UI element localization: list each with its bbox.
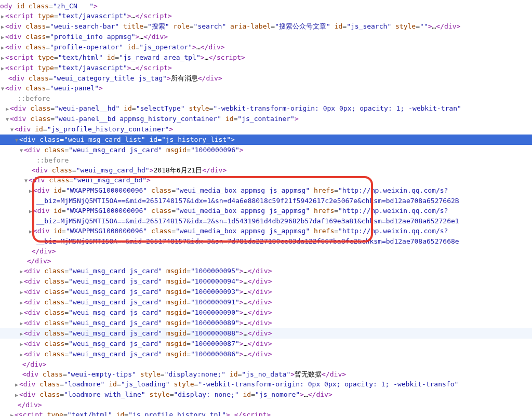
dom-node-line[interactable]: <script type="text/html" id="js_reward_a… bbox=[0, 52, 532, 63]
expand-arrow-icon[interactable] bbox=[19, 266, 24, 276]
dom-node-line[interactable]: <div class="weui_msg_card_bd"> bbox=[0, 175, 532, 185]
dom-node-line[interactable]: <div id="WXAPPMSG1000000096" class="weui… bbox=[0, 206, 532, 216]
dom-close-line[interactable]: </div> bbox=[0, 256, 532, 266]
pseudo-element-line: ::before bbox=[0, 93, 532, 103]
expand-arrow-icon[interactable] bbox=[19, 339, 24, 349]
dom-node-line[interactable]: <div class="weui_msg_card js_card" msgid… bbox=[0, 318, 532, 328]
dom-node-line[interactable]: <div class="profile-operator" id="js_ope… bbox=[0, 42, 532, 52]
dom-node-line[interactable]: <div class="weui_msg_card js_card" msgid… bbox=[0, 339, 532, 349]
dom-node-line[interactable]: <script type="text/html" id="js_profile_… bbox=[0, 410, 532, 416]
dom-node-continuation[interactable]: __biz=MjM5NjQ5MTI5OA==&mid=2651748157&id… bbox=[0, 236, 532, 246]
expand-arrow-icon[interactable] bbox=[9, 410, 15, 416]
dom-node-line[interactable]: <div id="WXAPPMSG1000000096" class="weui… bbox=[0, 185, 532, 196]
dom-node-line[interactable]: <div class="weui-panel"> bbox=[0, 83, 532, 93]
expand-arrow-icon[interactable] bbox=[14, 135, 19, 145]
expand-arrow-icon[interactable] bbox=[0, 63, 5, 73]
dom-node-line[interactable]: <div class="profile_info appmsg">…</div> bbox=[0, 32, 532, 42]
dom-node-line[interactable]: <div class="weui_msg_card js_card" msgid… bbox=[0, 349, 532, 359]
pseudo-element-line: ::before bbox=[0, 155, 532, 165]
dom-node-line[interactable]: ody id class="zh_CN "> bbox=[0, 1, 532, 11]
dom-node-line[interactable]: <div class="weui_msg_card js_card" msgid… bbox=[0, 328, 532, 339]
dom-node-line[interactable]: <div class="weui_msg_card js_card" msgid… bbox=[0, 287, 532, 297]
dom-node-line[interactable]: <div class="loadmore with_line" style="d… bbox=[0, 390, 532, 400]
dom-node-line[interactable]: <script type="text/javascript">…</script… bbox=[0, 63, 532, 73]
expand-arrow-icon[interactable] bbox=[5, 114, 10, 124]
expand-arrow-icon[interactable] bbox=[19, 350, 24, 359]
dom-node-line[interactable]: <div class="weui-empty-tips" style="disp… bbox=[0, 369, 532, 379]
expand-arrow-icon[interactable] bbox=[28, 186, 33, 196]
dom-node-continuation[interactable]: __biz=MjM5NjQ5MTI5OA==&mid=2651748157&id… bbox=[0, 216, 532, 226]
dom-node-line[interactable]: <div class="weui-panel__bd appmsg_histor… bbox=[0, 114, 532, 124]
expand-arrow-icon[interactable] bbox=[19, 298, 24, 307]
expand-arrow-icon[interactable] bbox=[5, 104, 10, 114]
dom-node-line[interactable]: <div class="weui-panel__hd" id="selectTy… bbox=[0, 103, 532, 114]
dom-node-line[interactable]: <div id="js_profile_history_container"> bbox=[0, 124, 532, 135]
dom-node-line[interactable]: <div id="WXAPPMSG1000000096" class="weui… bbox=[0, 226, 532, 236]
dom-node-line[interactable]: <div class="weui_msg_card_hd">2018年6月21日… bbox=[0, 165, 532, 175]
dom-close-line[interactable]: </div> bbox=[0, 246, 532, 256]
expand-arrow-icon[interactable] bbox=[0, 11, 5, 21]
expand-arrow-icon[interactable] bbox=[19, 329, 24, 339]
expand-arrow-icon[interactable] bbox=[19, 308, 24, 318]
expand-arrow-icon[interactable] bbox=[0, 84, 5, 93]
expand-arrow-icon[interactable] bbox=[28, 226, 33, 236]
expand-arrow-icon[interactable] bbox=[28, 206, 33, 216]
expand-arrow-icon[interactable] bbox=[0, 22, 5, 32]
dom-node-line[interactable]: <div class="weui_msg_card_list" id="js_h… bbox=[0, 135, 532, 145]
expand-arrow-icon[interactable] bbox=[19, 277, 24, 287]
dom-node-line[interactable]: <div class="weui-search-bar" title="搜索" … bbox=[0, 21, 532, 32]
dom-node-line[interactable]: <div class="weui_msg_card js_card" msgid… bbox=[0, 276, 532, 287]
expand-arrow-icon[interactable] bbox=[9, 125, 15, 135]
dom-node-line[interactable]: <div class="weui_msg_card js_card" msgid… bbox=[0, 145, 532, 155]
expand-arrow-icon[interactable] bbox=[14, 380, 19, 390]
expand-arrow-icon[interactable] bbox=[23, 176, 29, 185]
dom-node-line[interactable]: <div class="loadmore" id="js_loading" st… bbox=[0, 379, 532, 390]
dom-node-line[interactable]: <div class="weui_msg_card js_card" msgid… bbox=[0, 266, 532, 276]
expand-arrow-icon[interactable] bbox=[19, 287, 24, 297]
expand-arrow-icon[interactable] bbox=[0, 53, 5, 63]
dom-node-continuation[interactable]: __biz=MjM5NjQ5MTI5OA==&mid=2651748157&id… bbox=[0, 196, 532, 206]
dom-node-line[interactable]: <div class="weui_msg_card js_card" msgid… bbox=[0, 307, 532, 318]
expand-arrow-icon[interactable] bbox=[19, 145, 24, 155]
expand-arrow-icon[interactable] bbox=[0, 43, 5, 52]
dom-node-line[interactable]: <div class="weui_category_title js_tag">… bbox=[0, 73, 532, 83]
expand-arrow-icon[interactable] bbox=[19, 318, 24, 328]
expand-arrow-icon[interactable] bbox=[0, 32, 5, 42]
dom-node-line[interactable]: <div class="weui_msg_card js_card" msgid… bbox=[0, 297, 532, 307]
dom-node-line[interactable]: <script type="text/javascript">…</script… bbox=[0, 11, 532, 21]
dom-close-line[interactable]: </div> bbox=[0, 359, 532, 369]
dom-close-line[interactable]: </div> bbox=[0, 400, 532, 410]
expand-arrow-icon[interactable] bbox=[14, 390, 19, 400]
